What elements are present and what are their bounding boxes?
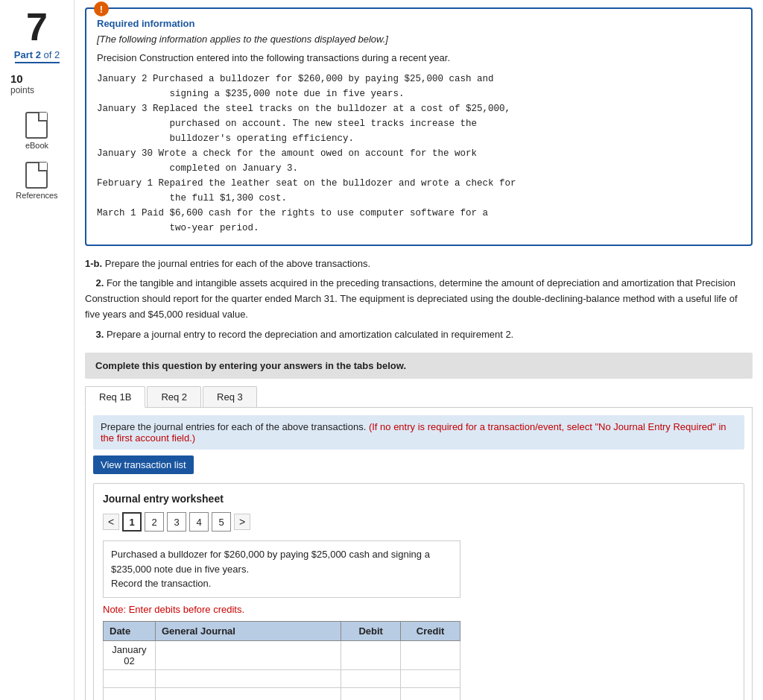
journal-cell-1[interactable] bbox=[155, 640, 341, 669]
ebook-icon bbox=[25, 112, 48, 139]
sidebar-icons: eBook References bbox=[16, 112, 57, 200]
complete-box-text: Complete this question by entering your … bbox=[95, 360, 406, 371]
journal-input-1[interactable] bbox=[162, 649, 335, 660]
transaction-item-2a: purchased on account. The new steel trac… bbox=[97, 116, 741, 131]
journal-instruction: Prepare the journal entries for each of … bbox=[93, 415, 744, 450]
info-box-title: Required information bbox=[97, 18, 741, 29]
ebook-label: eBook bbox=[25, 141, 48, 150]
debit-input-1[interactable] bbox=[347, 649, 394, 660]
page-2-button[interactable]: 2 bbox=[145, 512, 164, 532]
date-cell-2 bbox=[104, 669, 156, 687]
tab-req2[interactable]: Req 2 bbox=[147, 386, 201, 407]
part-label: Part 2 of 2 bbox=[14, 49, 60, 60]
table-row bbox=[104, 687, 460, 700]
text-3: Prepare a journal entry to record the de… bbox=[107, 329, 513, 340]
table-row: January02 bbox=[104, 640, 460, 669]
tabs-row: Req 1B Req 2 Req 3 bbox=[85, 386, 753, 408]
references-icon bbox=[25, 162, 48, 189]
table-row bbox=[104, 669, 460, 687]
date-header: Date bbox=[104, 621, 156, 640]
general-journal-header: General Journal bbox=[155, 621, 341, 640]
text-2: For the tangible and intangible assets a… bbox=[85, 277, 738, 320]
journal-input-3[interactable] bbox=[162, 691, 335, 700]
transaction-item-2b: bulldozer's operating efficiency. bbox=[97, 131, 741, 146]
credit-cell-2[interactable] bbox=[401, 669, 460, 687]
text-1b: Prepare the journal entries for each of … bbox=[105, 258, 370, 269]
transaction-item-4: February 1 Repaired the leather seat on … bbox=[97, 176, 741, 191]
label-1b: 1-b. bbox=[85, 258, 102, 269]
ebook-item[interactable]: eBook bbox=[25, 112, 48, 150]
info-box-subtitle: [The following information applies to th… bbox=[97, 34, 741, 45]
journal-area: Prepare the journal entries for each of … bbox=[85, 408, 753, 700]
date-cell-3 bbox=[104, 687, 156, 700]
references-item[interactable]: References bbox=[16, 162, 57, 200]
journal-cell-3[interactable] bbox=[155, 687, 341, 700]
tab-req1b[interactable]: Req 1B bbox=[85, 386, 145, 408]
transaction-item-5: March 1 Paid $6,600 cash for the rights … bbox=[97, 206, 741, 221]
journal-cell-2[interactable] bbox=[155, 669, 341, 687]
main-content: ! Required information [The following in… bbox=[75, 0, 763, 700]
transaction-item-5a: two-year period. bbox=[97, 221, 741, 236]
sidebar: 7 Part 2 of 2 10 points eBook References bbox=[0, 0, 75, 700]
journal-input-2[interactable] bbox=[162, 673, 335, 684]
transaction-item: January 2 Purchased a bulldozer for $260… bbox=[97, 72, 741, 86]
points-label: points bbox=[10, 85, 34, 95]
note-text: Note: Enter debits before credits. bbox=[103, 604, 735, 615]
worksheet-box: Journal entry worksheet < 1 2 3 4 5 > Pu… bbox=[93, 483, 744, 700]
transaction-description-box: Purchased a bulldozer for $260,000 by pa… bbox=[103, 540, 460, 598]
instructions-block: 1-b. Prepare the journal entries for eac… bbox=[85, 256, 753, 343]
page-5-button[interactable]: 5 bbox=[212, 512, 231, 532]
info-box: ! Required information [The following in… bbox=[85, 7, 753, 246]
debit-input-3[interactable] bbox=[347, 691, 394, 700]
credit-cell-3[interactable] bbox=[401, 687, 460, 700]
view-transaction-list-button[interactable]: View transaction list bbox=[93, 455, 194, 474]
question-number: 7 bbox=[26, 7, 48, 46]
pagination: < 1 2 3 4 5 > bbox=[103, 512, 735, 532]
next-page-button[interactable]: > bbox=[234, 514, 250, 530]
journal-table: Date General Journal Debit Credit Januar… bbox=[103, 621, 460, 700]
debit-input-2[interactable] bbox=[347, 673, 394, 684]
date-cell-1: January02 bbox=[104, 640, 156, 669]
complete-box: Complete this question by entering your … bbox=[85, 353, 753, 379]
transaction-item-3: January 30 Wrote a check for the amount … bbox=[97, 146, 741, 161]
references-label: References bbox=[16, 191, 57, 200]
worksheet-title: Journal entry worksheet bbox=[103, 493, 735, 505]
debit-cell-1[interactable] bbox=[341, 640, 401, 669]
transaction-item-cont: signing a $235,000 note due in five year… bbox=[97, 86, 741, 101]
credit-header: Credit bbox=[401, 621, 460, 640]
info-box-intro: Precision Construction entered into the … bbox=[97, 51, 741, 66]
debit-cell-2[interactable] bbox=[341, 669, 401, 687]
credit-input-3[interactable] bbox=[407, 691, 454, 700]
debit-cell-3[interactable] bbox=[341, 687, 401, 700]
credit-cell-1[interactable] bbox=[401, 640, 460, 669]
credit-input-2[interactable] bbox=[407, 673, 454, 684]
transaction-item-2: January 3 Replaced the steel tracks on t… bbox=[97, 101, 741, 116]
page-1-button[interactable]: 1 bbox=[122, 512, 142, 532]
label-3: 3. bbox=[95, 329, 104, 340]
credit-input-1[interactable] bbox=[407, 649, 454, 660]
transactions-list: January 2 Purchased a bulldozer for $260… bbox=[97, 72, 741, 236]
label-2: 2. bbox=[95, 277, 104, 288]
transaction-item-4a: the full $1,300 cost. bbox=[97, 191, 741, 206]
points-number: 10 bbox=[10, 72, 23, 85]
tab-req3[interactable]: Req 3 bbox=[203, 386, 257, 407]
part-underline bbox=[15, 62, 60, 63]
transaction-description-text: Purchased a bulldozer for $260,000 by pa… bbox=[111, 549, 430, 589]
prev-page-button[interactable]: < bbox=[103, 514, 119, 530]
page-3-button[interactable]: 3 bbox=[167, 512, 186, 532]
info-icon: ! bbox=[94, 1, 109, 16]
page-4-button[interactable]: 4 bbox=[189, 512, 209, 532]
transaction-item-3a: completed on January 3. bbox=[97, 161, 741, 176]
journal-instruction-main: Prepare the journal entries for each of … bbox=[101, 421, 366, 432]
debit-header: Debit bbox=[341, 621, 401, 640]
